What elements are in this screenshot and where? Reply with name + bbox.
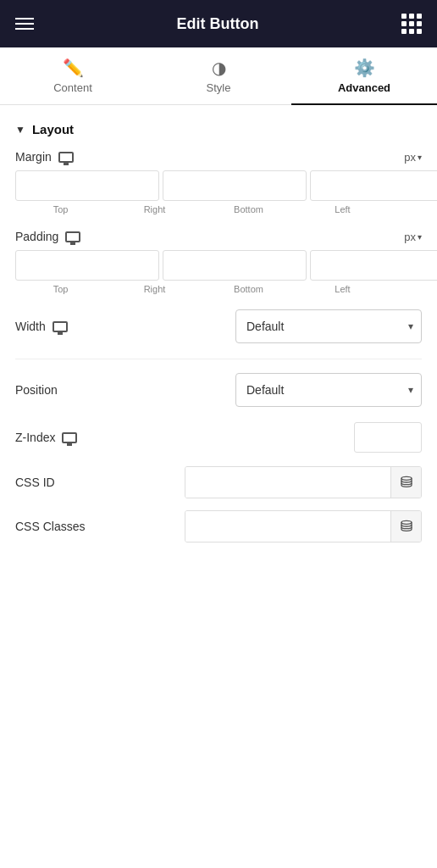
- half-circle-icon: ◑: [212, 59, 226, 76]
- content-area: ▼ Layout Margin px ▾ Top Right Bottom Le…: [0, 105, 437, 571]
- monitor-icon: [58, 152, 74, 163]
- margin-bottom-label: Bottom: [203, 204, 294, 214]
- tab-style-label: Style: [207, 81, 231, 94]
- tab-bar: ✏️ Content ◑ Style ⚙️ Advanced: [0, 47, 437, 105]
- layout-section-title: Layout: [32, 122, 74, 136]
- tab-content-label: Content: [53, 81, 92, 94]
- margin-bottom-input[interactable]: [310, 170, 437, 201]
- css-classes-row: CSS Classes: [15, 510, 422, 542]
- layout-section-header[interactable]: ▼ Layout: [15, 105, 422, 150]
- zindex-label: Z-Index: [15, 431, 77, 444]
- divider-1: [15, 359, 422, 359]
- zindex-monitor-icon: [62, 432, 77, 443]
- margin-unit-value: px: [404, 151, 416, 164]
- margin-unit-chevron: ▾: [418, 153, 422, 162]
- padding-bottom-label: Bottom: [203, 284, 294, 294]
- width-dropdown-wrapper: Default Full Width Inline Custom ▾: [235, 309, 422, 343]
- margin-top-label: Top: [15, 204, 106, 214]
- padding-left-label: Left: [297, 284, 388, 294]
- tab-advanced-label: Advanced: [338, 81, 390, 94]
- padding-top-label: Top: [15, 284, 106, 294]
- padding-inputs-row: [15, 250, 422, 281]
- css-id-input[interactable]: [185, 467, 390, 498]
- padding-field-row: Padding px ▾: [15, 230, 422, 243]
- tab-content[interactable]: ✏️ Content: [0, 47, 146, 104]
- width-label: Width: [15, 320, 68, 333]
- margin-right-input[interactable]: [163, 170, 307, 201]
- position-select[interactable]: Default Fixed Absolute Relative Sticky: [235, 373, 422, 407]
- svg-point-0: [401, 476, 412, 480]
- zindex-label-text: Z-Index: [15, 431, 55, 444]
- padding-bottom-input[interactable]: [310, 250, 437, 281]
- margin-right-label: Right: [109, 204, 200, 214]
- margin-left-label: Left: [297, 204, 388, 214]
- svg-point-1: [401, 520, 412, 524]
- width-select[interactable]: Default Full Width Inline Custom: [235, 309, 422, 343]
- width-monitor-icon: [53, 321, 68, 332]
- padding-top-input[interactable]: [15, 250, 159, 281]
- collapse-arrow: ▼: [15, 124, 25, 136]
- css-id-input-wrapper: [185, 466, 422, 498]
- padding-label: Padding: [15, 230, 80, 243]
- header: Edit Button: [0, 0, 437, 47]
- gear-icon: ⚙️: [354, 59, 375, 76]
- padding-unit-chevron: ▾: [418, 232, 422, 242]
- grid-icon[interactable]: [401, 14, 422, 34]
- css-classes-icon-button[interactable]: [390, 511, 421, 542]
- css-id-label: CSS ID: [15, 476, 55, 489]
- css-id-row: CSS ID: [15, 466, 422, 498]
- menu-icon[interactable]: [15, 18, 34, 30]
- padding-labels: Top Right Bottom Left: [15, 284, 422, 294]
- css-classes-input[interactable]: [185, 511, 390, 542]
- margin-top-input[interactable]: [15, 170, 159, 201]
- css-classes-label: CSS Classes: [15, 520, 85, 533]
- width-label-text: Width: [15, 320, 46, 333]
- padding-label-text: Padding: [15, 230, 58, 243]
- margin-label: Margin: [15, 150, 74, 164]
- position-label: Position: [15, 383, 58, 397]
- margin-field-row: Margin px ▾: [15, 150, 422, 164]
- pencil-icon: ✏️: [63, 59, 84, 76]
- database-icon: [400, 476, 413, 489]
- padding-unit-selector[interactable]: px ▾: [404, 231, 422, 243]
- position-row: Position Default Fixed Absolute Relative…: [15, 373, 422, 407]
- zindex-row: Z-Index: [15, 422, 422, 453]
- tab-advanced[interactable]: ⚙️ Advanced: [291, 47, 437, 104]
- padding-right-label: Right: [109, 284, 200, 294]
- css-classes-database-icon: [400, 520, 413, 533]
- css-id-icon-button[interactable]: [390, 467, 421, 498]
- width-row: Width Default Full Width Inline Custom ▾: [15, 309, 422, 343]
- margin-inputs-row: [15, 170, 422, 201]
- css-classes-input-wrapper: [185, 510, 422, 542]
- tab-style[interactable]: ◑ Style: [146, 47, 291, 104]
- padding-unit-value: px: [404, 231, 416, 243]
- margin-label-text: Margin: [15, 150, 52, 164]
- padding-right-input[interactable]: [163, 250, 307, 281]
- page-title: Edit Button: [177, 15, 259, 33]
- padding-monitor-icon: [65, 231, 80, 242]
- zindex-input[interactable]: [354, 422, 422, 453]
- margin-labels: Top Right Bottom Left: [15, 204, 422, 214]
- position-dropdown-wrapper: Default Fixed Absolute Relative Sticky ▾: [235, 373, 422, 407]
- margin-unit-selector[interactable]: px ▾: [404, 151, 422, 164]
